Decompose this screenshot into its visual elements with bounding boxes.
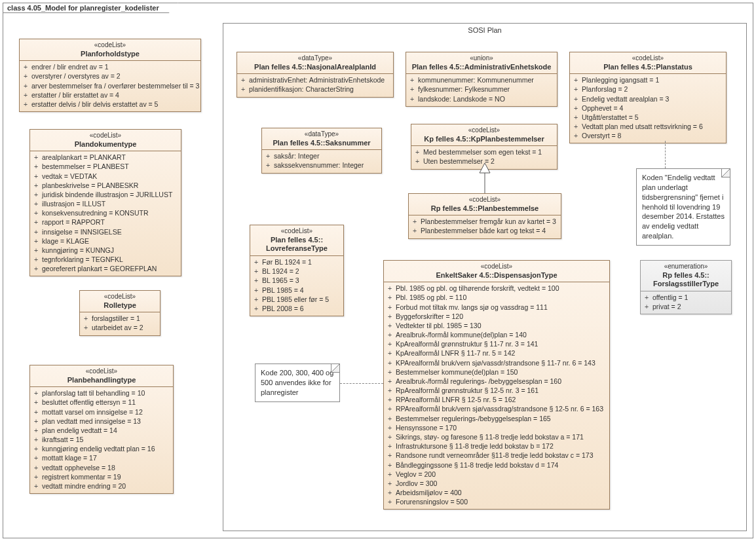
package-title: SOSI Plan [468,26,501,34]
class-dispensasjontype: «codeList» EnkeltSaker 4.5::Dispensasjon… [383,260,610,510]
class-plandokumenttype: «codeList» Plandokumentype arealplankart… [29,129,181,276]
generalization-arrow [478,163,491,193]
class-saksnummer: «dataType» Plan felles 4.5::Saksnummer s… [261,128,382,174]
frame-title: class 4.05_Model for planregister_kodeli… [3,3,178,13]
class-attributes: endrer / blir endret av = 1 overstyrer /… [20,61,200,111]
class-planbehandlingtype: «codeList» Planbehandlingtype planforsla… [29,365,174,494]
note-planstatus: Koden "Endelig vedtatt plan underlagt ti… [636,168,730,246]
note-dispensasjon: Kode 200, 300, 400 og 500 anvendes ikke … [255,364,340,402]
diagram-frame: class 4.05_Model for planregister_kodeli… [3,3,753,538]
class-name: Planforholdstype [24,50,197,59]
class-rolletype: «codeList» Rolletype forslagstiller = 1 … [79,290,161,336]
class-nasjonalarealplanid: «dataType» Plan felles 4.5::NasjonalArea… [236,52,394,98]
note-connector-1 [665,141,666,168]
class-planforholdstype: «codeList» Planforholdstype endrer / bli… [19,39,201,112]
class-administrativenhetskode: «union» Plan felles 4.5::AdministrativEn… [406,52,558,107]
stereo: «codeList» [24,41,197,50]
class-planstatus: «codeList» Plan felles 4.5::Planstatus P… [569,52,727,143]
class-forslagsstillertype: «enumeration» Rp felles 4.5:: Forslagsst… [640,260,732,314]
note-connector-2 [340,383,383,384]
class-lovreferansetype: «codeList» Plan felles 4.5:: Lovreferans… [250,225,344,316]
class-rpplanbestemmelse: «codeList» Rp felles 4.5::Planbestemmels… [408,193,561,239]
svg-marker-1 [480,163,490,173]
